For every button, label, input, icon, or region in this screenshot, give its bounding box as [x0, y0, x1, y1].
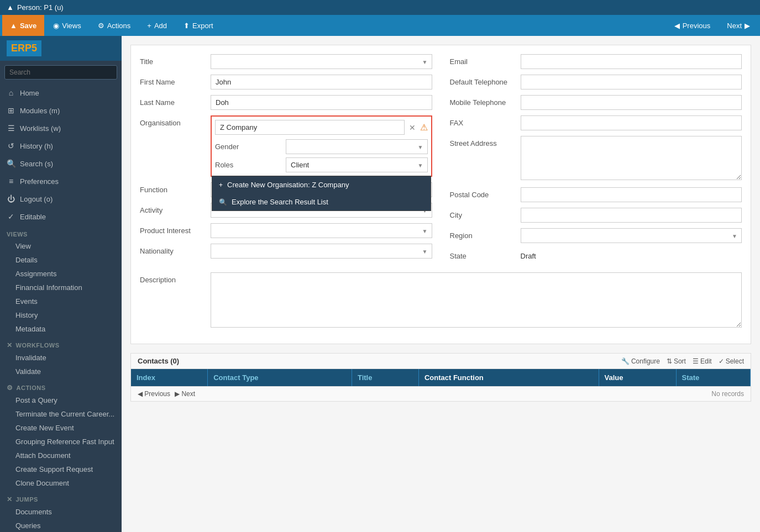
col-title-link[interactable]: Title	[358, 373, 373, 382]
title-select-wrap[interactable]	[211, 54, 432, 69]
mobile-tel-input[interactable]	[521, 95, 742, 110]
product-interest-select[interactable]	[211, 223, 432, 238]
sidebar-item-queries[interactable]: Queries	[0, 519, 122, 532]
organisation-field-wrapper: ✕ ⚠ + Create New Organisation: Z Company	[211, 115, 432, 177]
col-state-link[interactable]: State	[682, 373, 700, 382]
create-new-org-item[interactable]: + Create New Organisation: Z Company	[212, 176, 431, 193]
fax-input[interactable]	[521, 115, 742, 130]
last-name-input[interactable]	[211, 95, 432, 110]
title-select[interactable]	[211, 54, 432, 69]
street-address-input[interactable]	[521, 136, 742, 180]
gender-select-wrap[interactable]	[286, 139, 428, 154]
state-row: State Draft	[450, 249, 742, 260]
col-index-link[interactable]: Index	[137, 373, 155, 382]
col-contact-type-link[interactable]: Contact Type	[213, 373, 258, 382]
export-button[interactable]: ⬆ Export	[176, 15, 221, 36]
gender-select[interactable]	[286, 139, 428, 154]
region-row: Region	[450, 228, 742, 243]
actions-button[interactable]: ⚙ Actions	[90, 15, 139, 36]
select-button[interactable]: ✓ Select	[719, 357, 744, 365]
previous-button[interactable]: ◀ Previous	[667, 15, 719, 36]
roles-row: Roles Client	[215, 157, 428, 172]
gear-icon: ⚙	[98, 22, 104, 30]
editable-icon: ✓	[7, 212, 15, 221]
sidebar-item-details[interactable]: Details	[0, 253, 122, 267]
nationality-select[interactable]	[211, 244, 432, 259]
sidebar-item-events[interactable]: Events	[0, 294, 122, 308]
street-address-row: Street Address	[450, 136, 742, 182]
contacts-header-row: Index Contact Type Title Contact Functio…	[131, 369, 751, 386]
postal-code-field	[521, 187, 742, 202]
default-tel-input[interactable]	[521, 75, 742, 89]
sidebar-item-financial-information[interactable]: Financial Information	[0, 281, 122, 294]
sidebar-nav: ⌂ Home ⊞ Modules (m) ☰ Worklists (w) ↺ H…	[0, 84, 122, 532]
contacts-footer: ◀ Previous ▶ Next No records	[131, 386, 751, 401]
default-tel-row: Default Telephone	[450, 75, 742, 89]
configure-button[interactable]: 🔧 Configure	[621, 357, 660, 365]
roles-select-wrap[interactable]: Client	[286, 157, 428, 172]
sidebar-item-worklists[interactable]: ☰ Worklists (w)	[0, 119, 122, 137]
col-value: Value	[599, 369, 676, 386]
activity-label: Activity	[140, 203, 206, 214]
sidebar-item-create-event[interactable]: Create New Event	[0, 421, 122, 435]
sidebar-item-assignments[interactable]: Assignments	[0, 267, 122, 281]
sidebar-item-view[interactable]: View	[0, 239, 122, 253]
contacts-next-button[interactable]: ▶ Next	[175, 390, 195, 398]
sidebar-item-modules[interactable]: ⊞ Modules (m)	[0, 102, 122, 119]
sidebar-item-terminate-career[interactable]: Terminate the Current Career...	[0, 407, 122, 421]
sidebar-item-clone-doc[interactable]: Clone Document	[0, 476, 122, 490]
sidebar-item-history[interactable]: ↺ History (h)	[0, 137, 122, 155]
default-tel-field	[521, 75, 742, 89]
first-name-input[interactable]	[211, 75, 432, 89]
edit-button[interactable]: ☰ Edit	[693, 357, 712, 365]
sidebar-item-invalidate[interactable]: Invalidate	[0, 351, 122, 365]
city-field	[521, 208, 742, 223]
history-icon: ↺	[7, 141, 15, 150]
contacts-section: Contacts (0) 🔧 Configure ⇅ Sort ☰ Edit	[130, 353, 751, 402]
city-input[interactable]	[521, 208, 742, 223]
sidebar-item-metadata[interactable]: Metadata	[0, 322, 122, 336]
sidebar-item-home[interactable]: ⌂ Home	[0, 84, 122, 102]
sidebar-item-grouping-ref[interactable]: Grouping Reference Fast Input	[0, 435, 122, 449]
save-button[interactable]: ▲ Save	[2, 15, 44, 36]
next-button[interactable]: Next ▶	[719, 15, 758, 36]
sort-button[interactable]: ⇅ Sort	[667, 357, 686, 365]
postal-code-input[interactable]	[521, 187, 742, 202]
organisation-row: Organisation ✕ ⚠	[140, 115, 432, 177]
warning-icon: ▲	[10, 22, 17, 30]
sidebar-item-attach-doc[interactable]: Attach Document	[0, 449, 122, 462]
col-contact-type: Contact Type	[208, 369, 352, 386]
views-button[interactable]: ◉ Views	[45, 15, 88, 36]
region-select[interactable]	[521, 228, 742, 243]
street-address-label: Street Address	[450, 136, 516, 148]
sidebar-item-validate[interactable]: Validate	[0, 365, 122, 378]
organisation-warning-icon: ⚠	[420, 122, 428, 133]
sidebar-item-post-query[interactable]: Post a Query	[0, 393, 122, 407]
main-content: Title First Name	[122, 36, 760, 532]
sidebar-item-preferences[interactable]: ≡ Preferences	[0, 172, 122, 190]
fax-row: FAX	[450, 115, 742, 130]
region-select-wrap[interactable]	[521, 228, 742, 243]
sidebar-item-history-view[interactable]: History	[0, 308, 122, 322]
sidebar-search-box[interactable]	[0, 61, 122, 84]
email-input[interactable]	[521, 54, 742, 69]
description-input[interactable]	[211, 272, 742, 328]
street-address-field	[521, 136, 742, 182]
product-interest-select-wrap[interactable]	[211, 223, 432, 238]
contacts-table: Index Contact Type Title Contact Functio…	[131, 369, 751, 386]
organisation-clear-button[interactable]: ✕	[407, 123, 418, 132]
sidebar-item-search[interactable]: 🔍 Search (s)	[0, 155, 122, 172]
sidebar-item-editable[interactable]: ✓ Editable	[0, 208, 122, 225]
sidebar-item-documents[interactable]: Documents	[0, 505, 122, 519]
nationality-select-wrap[interactable]	[211, 244, 432, 259]
add-button[interactable]: + Add	[139, 15, 175, 36]
organisation-input[interactable]	[215, 120, 405, 135]
roles-select[interactable]: Client	[286, 157, 428, 172]
contacts-previous-button[interactable]: ◀ Previous	[138, 390, 170, 398]
sidebar-item-logout[interactable]: ⏻ Logout (o)	[0, 190, 122, 208]
explore-search-item[interactable]: 🔍 Explore the Search Result List	[212, 193, 431, 210]
mobile-tel-row: Mobile Telephone	[450, 95, 742, 110]
search-input[interactable]	[4, 65, 117, 80]
contacts-header: Contacts (0) 🔧 Configure ⇅ Sort ☰ Edit	[131, 354, 751, 369]
sidebar-item-create-support[interactable]: Create Support Request	[0, 462, 122, 476]
